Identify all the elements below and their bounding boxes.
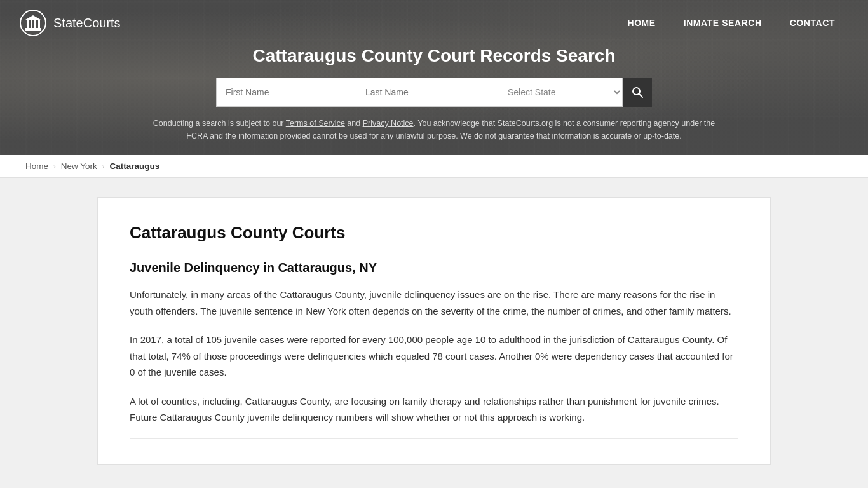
svg-rect-2 xyxy=(27,20,29,28)
nav-contact[interactable]: CONTACT xyxy=(776,13,849,33)
tos-link[interactable]: Terms of Service xyxy=(286,119,345,128)
hero-header: StateCourts HOME INMATE SEARCH CONTACT C… xyxy=(0,0,868,155)
svg-marker-6 xyxy=(25,15,41,20)
paragraph-3: A lot of counties, including, Cattaraugu… xyxy=(130,393,738,426)
page-title: Cattaraugus County Courts xyxy=(130,223,738,243)
content-divider xyxy=(130,438,738,439)
search-icon xyxy=(631,86,644,98)
svg-rect-5 xyxy=(38,20,40,28)
main-content: Cattaraugus County Courts Juvenile Delin… xyxy=(59,197,809,465)
nav-inmate-search[interactable]: INMATE SEARCH xyxy=(670,13,776,33)
svg-rect-7 xyxy=(25,30,41,31)
last-name-input[interactable] xyxy=(356,78,496,107)
search-button[interactable] xyxy=(623,78,652,107)
breadcrumb-sep-2: › xyxy=(102,163,105,170)
svg-point-0 xyxy=(20,10,46,36)
first-name-input[interactable] xyxy=(216,78,356,107)
state-select[interactable]: Select State Alabama Alaska Arizona Arka… xyxy=(496,78,623,107)
breadcrumb-state[interactable]: New York xyxy=(61,161,97,171)
breadcrumb-county: Cattaraugus xyxy=(109,161,159,171)
svg-rect-4 xyxy=(34,20,36,28)
nav-links: HOME INMATE SEARCH CONTACT xyxy=(614,13,850,33)
search-bar: Select State Alabama Alaska Arizona Arka… xyxy=(13,78,855,107)
hero-title: Cattaraugus County Court Records Search xyxy=(13,46,855,66)
paragraph-2: In 2017, a total of 105 juvenile cases w… xyxy=(130,332,738,381)
section-title: Juvenile Delinquency in Cattaraugus, NY xyxy=(130,261,738,275)
content-card: Cattaraugus County Courts Juvenile Delin… xyxy=(97,197,771,465)
disclaimer: Conducting a search is subject to our Te… xyxy=(148,117,720,142)
breadcrumb: Home › New York › Cattaraugus xyxy=(0,155,868,178)
breadcrumb-sep-1: › xyxy=(53,163,56,170)
logo-link[interactable]: StateCourts xyxy=(19,9,121,37)
svg-line-9 xyxy=(639,94,643,98)
svg-rect-1 xyxy=(25,28,41,30)
paragraph-1: Unfortunately, in many areas of the Catt… xyxy=(130,287,738,319)
privacy-link[interactable]: Privacy Notice xyxy=(363,119,414,128)
hero-content: Cattaraugus County Court Records Search … xyxy=(0,46,868,155)
nav-home[interactable]: HOME xyxy=(614,13,670,33)
logo-icon xyxy=(19,9,47,37)
svg-rect-3 xyxy=(31,20,32,28)
main-nav: StateCourts HOME INMATE SEARCH CONTACT xyxy=(0,0,868,46)
logo-text: StateCourts xyxy=(53,16,121,30)
breadcrumb-home[interactable]: Home xyxy=(25,161,48,171)
